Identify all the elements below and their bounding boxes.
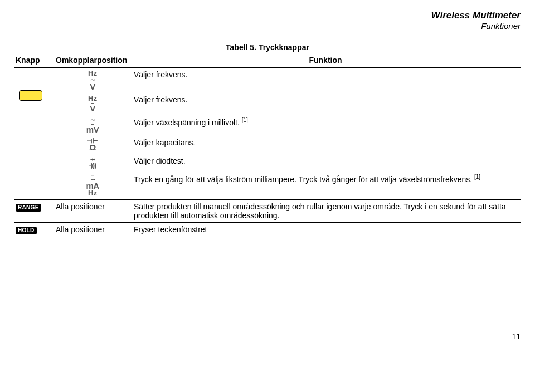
volt-label: V <box>90 83 95 91</box>
function-text: Väljer diodtest. <box>133 154 521 171</box>
table-row: ∼ ┄ mV Väljer växelspänning i millivolt.… <box>14 115 521 136</box>
text-span: Väljer växelspänning i millivolt. <box>134 118 242 127</box>
function-text: Väljer växelspänning i millivolt. [1] <box>133 115 521 136</box>
table-row: HOLD Alla positioner Fryser teckenfönstr… <box>14 222 521 237</box>
hz-label: Hz <box>88 190 97 197</box>
table-row: ⤞ ∙))) Väljer diodtest. <box>14 154 521 171</box>
function-text: Fryser teckenfönstret <box>133 222 521 237</box>
function-text: Väljer kapacitans. <box>133 136 521 154</box>
column-header-knapp: Knapp <box>14 54 55 67</box>
symbol-hz-vdc: Hz ┄ V <box>56 95 129 113</box>
function-text: Sätter produkten till manuell områdessök… <box>133 199 521 222</box>
table-caption: Tabell 5. Tryckknappar <box>14 43 521 52</box>
column-header-omkopplarposition: Omkopplarposition <box>55 54 133 67</box>
table-row: Hz ∼ V Väljer frekvens. <box>14 67 521 93</box>
table-row: ⊣⊢ Ω Väljer kapacitans. <box>14 136 521 154</box>
symbol-mv: ∼ ┄ mV <box>56 117 129 134</box>
column-header-funktion: Funktion <box>133 54 521 67</box>
table-row: ┄ ∼ mA Hz Tryck en gång för att välja li… <box>14 171 521 199</box>
continuity-icon: ∙))) <box>89 162 96 169</box>
footnote-ref: [1] <box>474 174 480 180</box>
table-row: Hz ┄ V Väljer frekvens. <box>14 93 521 115</box>
ohm-label: Ω <box>89 144 96 151</box>
position-text: Alla positioner <box>55 222 133 237</box>
volt-label: V <box>90 105 95 112</box>
mv-label: mV <box>86 126 99 134</box>
text-span: Tryck en gång för att välja likström mil… <box>134 174 474 183</box>
function-text: Väljer frekvens. <box>133 67 521 93</box>
hold-button-icon: HOLD <box>16 227 37 234</box>
page-number: 11 <box>14 332 521 341</box>
yellow-function-button-icon <box>19 90 42 101</box>
table-row: RANGE Alla positioner Sätter produkten t… <box>14 199 521 222</box>
range-button-icon: RANGE <box>16 204 41 212</box>
symbol-cap-ohm: ⊣⊢ Ω <box>56 138 129 152</box>
symbol-hz-vac: Hz ∼ V <box>56 70 129 91</box>
function-text: Väljer frekvens. <box>133 93 521 115</box>
header-divider <box>14 35 521 35</box>
buttons-table: Knapp Omkopplarposition Funktion Hz ∼ V … <box>14 54 521 237</box>
symbol-diode-continuity: ⤞ ∙))) <box>56 156 129 169</box>
section-name: Funktioner <box>14 21 521 31</box>
manual-title: Wireless Multimeter <box>14 10 521 21</box>
symbol-ma-hz: ┄ ∼ mA Hz <box>56 174 129 197</box>
function-text: Tryck en gång för att välja likström mil… <box>133 171 521 199</box>
footnote-ref: [1] <box>242 117 248 123</box>
position-text: Alla positioner <box>55 199 133 222</box>
